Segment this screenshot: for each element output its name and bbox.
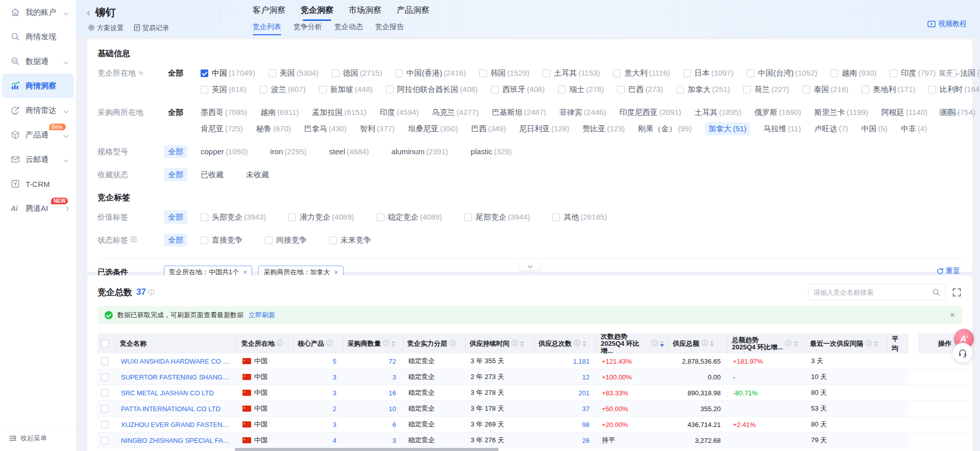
filter-all-option[interactable]: 全部 (164, 168, 187, 181)
filter-option[interactable]: 荷兰(227) (743, 83, 789, 96)
filter-all-option[interactable]: 全部 (164, 210, 187, 224)
checkbox[interactable] (201, 86, 208, 93)
checkbox[interactable] (552, 213, 560, 221)
filter-option[interactable]: 土耳其(1895) (695, 106, 741, 119)
column-header-strength[interactable]: 竞企实力分层 (403, 334, 465, 353)
filter-option[interactable]: 波兰(607) (260, 83, 306, 96)
sort-icon[interactable] (391, 341, 396, 347)
column-header-location[interactable]: 竞企所在地 (237, 334, 293, 353)
filter-option[interactable]: plastic(329) (471, 145, 512, 158)
filter-option[interactable]: 美国(5304) (268, 66, 318, 80)
filter-option[interactable]: 乌克兰(4277) (432, 106, 478, 119)
filter-option[interactable]: 德国(2715) (332, 66, 382, 80)
filter-option[interactable]: 新加坡(448) (319, 83, 373, 96)
company-link[interactable]: XUZHOU EVER GRAND FASTENERS... (121, 421, 232, 429)
filter-option[interactable]: 阿拉伯联合酋长国(408) (386, 83, 478, 96)
banner-close-icon[interactable]: × (950, 310, 955, 320)
column-header-buyers[interactable]: 采购商数量 (344, 334, 403, 353)
filter-option[interactable]: 未收藏 (246, 168, 269, 181)
sort-icon[interactable] (520, 341, 524, 347)
checkbox[interactable] (558, 86, 566, 93)
filter-all-option[interactable]: 全部 (164, 66, 187, 80)
checkbox[interactable] (543, 69, 550, 77)
info-icon[interactable] (449, 340, 456, 348)
info-icon[interactable] (865, 340, 872, 348)
header-action-贸易记录[interactable]: 贸易记录 (134, 23, 169, 33)
checkbox[interactable] (386, 86, 394, 93)
filter-option[interactable]: 加拿大(51) (705, 122, 750, 135)
subtab-竞争分析[interactable]: 竞争分析 (293, 22, 322, 37)
row-checkbox[interactable] (101, 405, 109, 413)
count-link[interactable]: 12 (582, 373, 590, 381)
checkbox[interactable] (683, 69, 691, 77)
filter-option[interactable]: 智利(377) (360, 122, 395, 135)
checkbox[interactable] (329, 236, 337, 244)
info-icon[interactable] (511, 340, 518, 348)
checkbox[interactable] (464, 213, 472, 221)
filter-option[interactable]: 直接竞争 (201, 233, 242, 247)
filter-option[interactable]: 赞比亚(123) (582, 122, 625, 135)
sort-icon[interactable] (582, 341, 586, 347)
checkbox[interactable] (319, 86, 327, 93)
filter-option[interactable]: 间接竞争 (265, 233, 307, 247)
checkbox[interactable] (201, 236, 208, 244)
count-link[interactable]: 2 (333, 405, 336, 413)
company-link[interactable]: WUXI ANSHIDA HARDWARE CO LTD (121, 358, 232, 365)
filter-option[interactable]: 中国(17049) (201, 66, 255, 80)
count-link[interactable]: 72 (389, 358, 396, 365)
count-link[interactable]: 1,181 (573, 358, 590, 365)
filter-option[interactable]: 瑞士(278) (558, 83, 604, 96)
column-header-times_trend[interactable]: 次数趋势2025Q4 环比增... (597, 334, 669, 353)
count-link[interactable]: 3 (333, 373, 336, 381)
sidebar-item-商情洞察[interactable]: 商情洞察 (2, 74, 74, 98)
info-icon[interactable] (383, 340, 389, 348)
subtab-竞企报告[interactable]: 竞企报告 (375, 22, 404, 37)
filter-option[interactable]: 泰国(216) (802, 83, 848, 96)
filter-option[interactable]: 巴西(349) (471, 122, 506, 135)
info-icon[interactable] (326, 340, 333, 348)
count-link[interactable]: 98 (582, 421, 590, 429)
filter-option[interactable]: aluminum(2391) (391, 145, 448, 158)
count-link[interactable]: 201 (578, 389, 590, 397)
filter-option[interactable]: 潜力竞企(4089) (288, 210, 354, 224)
row-checkbox[interactable] (101, 389, 109, 397)
checkbox[interactable] (676, 86, 684, 93)
filter-option[interactable]: 土耳其(1153) (543, 66, 600, 80)
count-link[interactable]: 3 (393, 437, 396, 444)
checkbox[interactable] (332, 69, 339, 77)
sidebar-item-数据通[interactable]: 数据通 (2, 49, 74, 74)
checkbox[interactable] (617, 86, 625, 93)
company-link[interactable]: PATTA INTERNATIONAL CO LTD (121, 405, 220, 413)
collapse-menu-button[interactable]: 收起菜单 (0, 429, 76, 447)
filter-option[interactable]: 稳定竞企(4089) (377, 210, 442, 224)
filter-option[interactable]: 刚果（金）(99) (638, 122, 692, 135)
sidebar-item-商情发现[interactable]: 商情发现 (2, 25, 74, 49)
row-checkbox[interactable] (101, 437, 109, 444)
checkbox[interactable] (201, 213, 208, 221)
expand-link[interactable]: 展开 (939, 106, 960, 119)
row-checkbox[interactable] (101, 358, 109, 365)
sort-icon[interactable] (794, 341, 798, 347)
checkbox[interactable] (802, 86, 810, 93)
filter-option[interactable]: 斯里兰卡(1199) (814, 106, 868, 119)
filter-option[interactable]: 头部竞企(3943) (201, 210, 266, 224)
filter-option[interactable]: 未来竞争 (329, 233, 371, 247)
sidebar-item-腾道AI[interactable]: Ai腾道AINEW (2, 196, 74, 221)
column-header-interval[interactable]: 最近一次供应间隔 (806, 334, 888, 353)
filter-option[interactable]: 墨西哥(7085) (201, 106, 247, 119)
sidebar-item-产品通[interactable]: 产品通Beta (2, 123, 74, 147)
filter-option[interactable]: 巴西(273) (617, 83, 663, 96)
row-checkbox[interactable] (101, 421, 109, 429)
count-link[interactable]: 5 (333, 358, 336, 365)
header-action-方案设置[interactable]: 方案设置 (88, 23, 124, 33)
sort-icon[interactable] (710, 341, 714, 347)
checkbox[interactable] (265, 236, 273, 244)
info-icon[interactable] (785, 340, 792, 348)
filter-option[interactable]: 中国(5) (862, 122, 888, 135)
column-header-amount[interactable]: 供应总额 (669, 334, 728, 353)
tab-客户洞察[interactable]: 客户洞察 (253, 5, 285, 21)
filter-option[interactable]: 尾部竞企(3944) (464, 210, 530, 224)
info-icon[interactable] (651, 340, 658, 348)
info-icon[interactable] (277, 340, 283, 348)
collapse-filters-button[interactable] (518, 263, 542, 271)
